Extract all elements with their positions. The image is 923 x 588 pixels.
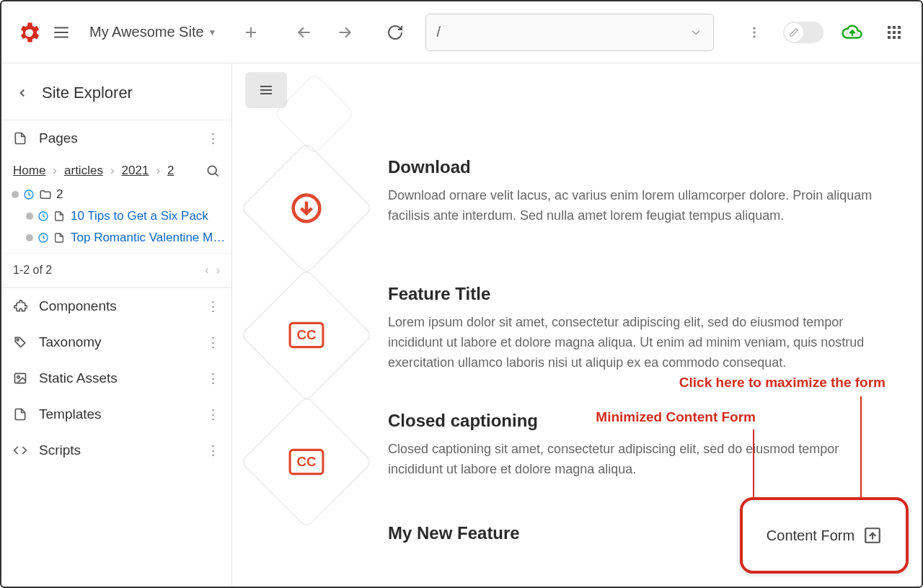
cc-icon: CC bbox=[288, 448, 324, 476]
diamond-icon: CC bbox=[240, 269, 373, 401]
sidebar: Site Explorer Pages ⋮ Home › articles › … bbox=[1, 63, 232, 587]
svg-rect-11 bbox=[898, 26, 901, 29]
cc-icon: CC bbox=[288, 321, 324, 349]
section-menu-button[interactable]: ⋮ bbox=[206, 370, 220, 387]
svg-rect-14 bbox=[898, 31, 901, 34]
section-menu-button[interactable]: ⋮ bbox=[206, 442, 220, 459]
feature-title: My New Feature bbox=[388, 523, 520, 543]
section-menu-button[interactable]: ⋮ bbox=[206, 334, 220, 351]
tree-item-label: Top Romantic Valentine M… bbox=[71, 231, 225, 245]
pager-prev[interactable]: ‹ bbox=[205, 264, 208, 277]
pages-section: Pages ⋮ Home › articles › 2021 › 2 bbox=[1, 120, 231, 288]
section-static-assets[interactable]: Static Assets ⋮ bbox=[1, 360, 231, 396]
section-menu-button[interactable]: ⋮ bbox=[206, 298, 220, 315]
svg-rect-15 bbox=[888, 36, 891, 39]
svg-text:CC: CC bbox=[296, 327, 317, 342]
section-taxonomy[interactable]: Taxonomy ⋮ bbox=[1, 324, 231, 360]
chevron-down-icon[interactable] bbox=[689, 25, 703, 40]
search-icon[interactable] bbox=[206, 164, 220, 178]
status-dot bbox=[26, 213, 33, 220]
publish-button[interactable] bbox=[839, 19, 865, 45]
breadcrumb-articles[interactable]: articles bbox=[64, 164, 103, 178]
annotation-arrow bbox=[753, 429, 754, 507]
chevron-right-icon: › bbox=[156, 164, 160, 178]
site-name: My Awesome Site bbox=[89, 24, 204, 40]
new-button[interactable] bbox=[238, 19, 264, 45]
svg-point-8 bbox=[753, 35, 755, 37]
clock-icon bbox=[23, 189, 35, 200]
sidebar-back-button[interactable] bbox=[16, 86, 29, 99]
pager-next[interactable]: › bbox=[216, 264, 220, 277]
tree-folder[interactable]: 2 bbox=[12, 184, 231, 205]
sidebar-header: Site Explorer bbox=[1, 63, 231, 120]
pages-label: Pages bbox=[39, 130, 78, 146]
svg-point-6 bbox=[753, 27, 755, 29]
svg-line-19 bbox=[216, 174, 218, 177]
section-label: Taxonomy bbox=[39, 334, 102, 350]
topbar-right bbox=[741, 19, 907, 45]
breadcrumb-home[interactable]: Home bbox=[13, 164, 45, 178]
section-label: Scripts bbox=[39, 442, 81, 458]
feature-item: Download Download ornare velit lacus, ac… bbox=[245, 143, 922, 270]
content-form-minimized[interactable]: Content Form bbox=[740, 497, 909, 574]
pages-menu-button[interactable]: ⋮ bbox=[206, 130, 220, 147]
annotation-arrow bbox=[860, 396, 862, 506]
site-selector[interactable]: My Awesome Site ▼ bbox=[89, 24, 216, 40]
forward-button[interactable] bbox=[332, 19, 358, 45]
page-icon bbox=[13, 131, 29, 146]
breadcrumb-2021[interactable]: 2021 bbox=[122, 164, 149, 178]
chevron-right-icon: › bbox=[110, 164, 115, 178]
annotation-minimized: Minimized Content Form bbox=[596, 409, 756, 425]
svg-rect-16 bbox=[893, 36, 896, 39]
section-label: Static Assets bbox=[39, 370, 118, 386]
content-form-label: Content Form bbox=[767, 527, 854, 544]
maximize-icon[interactable] bbox=[863, 526, 882, 545]
sidebar-title: Site Explorer bbox=[42, 84, 133, 102]
tree-item[interactable]: Top Romantic Valentine M… bbox=[12, 227, 231, 249]
section-label: Components bbox=[39, 298, 117, 314]
section-menu-button[interactable]: ⋮ bbox=[206, 406, 220, 423]
svg-point-7 bbox=[753, 31, 755, 33]
pager-text: 1-2 of 2 bbox=[13, 264, 52, 277]
reload-button[interactable] bbox=[382, 19, 408, 45]
nav-arrows bbox=[291, 19, 358, 45]
more-options-button[interactable] bbox=[741, 19, 767, 45]
tree-item-label: 10 Tips to Get a Six Pack bbox=[71, 209, 208, 223]
feature-body: Closed captioning sit amet, consectetur … bbox=[388, 440, 893, 480]
download-icon bbox=[291, 192, 322, 224]
section-scripts[interactable]: Scripts ⋮ bbox=[1, 432, 231, 468]
edit-mode-toggle[interactable] bbox=[783, 22, 823, 43]
page-tree: 2 10 Tips to Get a Six Pack Top Romantic… bbox=[1, 179, 231, 253]
section-components[interactable]: Components ⋮ bbox=[1, 288, 231, 324]
breadcrumb: Home › articles › 2021 › 2 bbox=[1, 156, 231, 179]
feature-body: Lorem ipsum dolor sit amet, consectetur … bbox=[388, 313, 893, 373]
svg-rect-17 bbox=[898, 36, 901, 39]
svg-rect-12 bbox=[888, 31, 891, 34]
svg-point-18 bbox=[208, 166, 216, 174]
svg-point-23 bbox=[17, 339, 19, 341]
svg-rect-10 bbox=[893, 26, 896, 29]
app-logo: C bbox=[16, 19, 42, 45]
status-dot bbox=[26, 234, 33, 241]
page-icon bbox=[53, 232, 66, 244]
svg-text:C: C bbox=[25, 27, 33, 39]
tree-item[interactable]: 10 Tips to Get a Six Pack bbox=[12, 205, 231, 227]
breadcrumb-2[interactable]: 2 bbox=[167, 164, 174, 178]
section-pages[interactable]: Pages ⋮ bbox=[1, 120, 231, 156]
diamond-icon: CC bbox=[240, 396, 373, 528]
section-label: Templates bbox=[39, 406, 102, 422]
status-dot bbox=[12, 191, 19, 198]
section-templates[interactable]: Templates ⋮ bbox=[1, 396, 231, 432]
clock-icon bbox=[37, 232, 49, 244]
svg-text:CC: CC bbox=[296, 454, 317, 469]
back-button[interactable] bbox=[291, 19, 317, 45]
preview-menu-button[interactable] bbox=[245, 72, 287, 108]
main-menu-icon[interactable] bbox=[52, 23, 71, 42]
folder-label: 2 bbox=[56, 187, 63, 202]
pager: 1-2 of 2 ‹ › bbox=[1, 253, 231, 288]
path-value: / bbox=[436, 24, 441, 40]
apps-button[interactable] bbox=[881, 19, 907, 45]
folder-icon bbox=[39, 188, 52, 201]
diamond-icon bbox=[240, 142, 373, 275]
path-input[interactable]: / bbox=[425, 14, 714, 51]
